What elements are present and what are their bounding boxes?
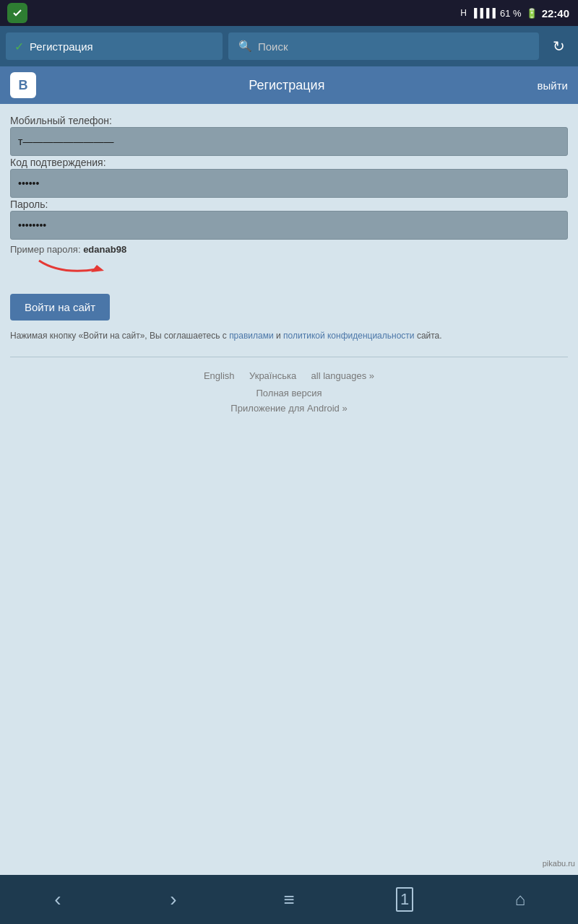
browser-tab-label: Регистрация [30, 40, 93, 53]
search-icon: 🔍 [238, 40, 252, 53]
submit-button[interactable]: Войти на сайт [10, 294, 110, 321]
password-hint: Пример пароля: edanab98 [10, 244, 568, 255]
red-arrow-icon [32, 255, 118, 282]
forward-icon: › [170, 888, 176, 911]
footer-language-links: English Українська all languages » [10, 369, 568, 382]
watermark: pikabu.ru [543, 859, 575, 868]
password-label: Пароль: [10, 199, 48, 210]
app-icon [7, 3, 27, 23]
home-button[interactable]: ⌂ [502, 881, 538, 918]
exit-button[interactable]: выйти [538, 79, 568, 92]
status-icons: H ▐▐▐▐ 61 % 🔋 22:40 [460, 7, 569, 19]
vk-header: В Регистрация выйти [0, 66, 578, 104]
code-input[interactable] [10, 169, 568, 198]
password-input[interactable] [10, 211, 568, 240]
battery-icon: 🔋 [526, 8, 538, 19]
consent-prefix: Нажимая кнопку «Войти на сайт», Вы согла… [10, 331, 229, 341]
svg-marker-1 [91, 265, 104, 272]
consent-text: Нажимая кнопку «Войти на сайт», Вы согла… [10, 329, 568, 342]
search-placeholder: Поиск [258, 40, 288, 53]
android-app-link[interactable]: Приложение для Android » [10, 403, 568, 414]
password-hint-prefix: Пример пароля: [10, 244, 83, 255]
bottom-nav: ‹ › ≡ 1 ⌂ [0, 875, 578, 924]
browser-tab[interactable]: ✓ Регистрация [6, 32, 223, 60]
sync-icon: H [460, 8, 467, 18]
forward-button[interactable]: › [155, 881, 191, 918]
code-label: Код подтверждения: [10, 157, 106, 168]
vk-logo-text: В [19, 78, 28, 93]
phone-input[interactable] [10, 127, 568, 156]
browser-search-bar[interactable]: 🔍 Поиск [228, 32, 539, 60]
privacy-link[interactable]: политикой конфиденциальности [283, 331, 414, 341]
menu-icon: ≡ [283, 889, 294, 911]
full-version-link[interactable]: Полная версия [10, 388, 568, 398]
tab-check-icon: ✓ [14, 40, 24, 53]
arrow-annotation [10, 255, 568, 284]
tabs-button[interactable]: 1 [387, 881, 423, 918]
status-bar: H ▐▐▐▐ 61 % 🔋 22:40 [0, 0, 578, 26]
main-content: Мобильный телефон: Код подтверждения: Па… [0, 104, 578, 875]
all-languages-link[interactable]: all languages » [311, 370, 374, 381]
vk-page-title: Регистрация [36, 78, 538, 93]
back-icon: ‹ [54, 888, 61, 911]
password-hint-value: edanab98 [83, 244, 126, 255]
browser-nav: ✓ Регистрация 🔍 Поиск ↻ [0, 26, 578, 66]
battery-percent: 61 % [500, 8, 522, 19]
menu-button[interactable]: ≡ [271, 881, 307, 918]
back-button[interactable]: ‹ [40, 881, 76, 918]
consent-and: и [274, 331, 283, 341]
ukrainian-link[interactable]: Українська [249, 370, 296, 381]
tabs-icon: 1 [396, 887, 413, 912]
status-time: 22:40 [542, 7, 569, 19]
signal-icon: ▐▐▐▐ [471, 8, 496, 18]
rules-link[interactable]: правилами [229, 331, 274, 341]
vk-logo[interactable]: В [10, 72, 36, 98]
english-link[interactable]: English [204, 370, 235, 381]
phone-label: Мобильный телефон: [10, 115, 112, 126]
refresh-button[interactable]: ↻ [545, 32, 572, 60]
home-icon: ⌂ [515, 889, 526, 910]
consent-site: сайта. [415, 331, 442, 341]
footer-divider [10, 357, 568, 357]
